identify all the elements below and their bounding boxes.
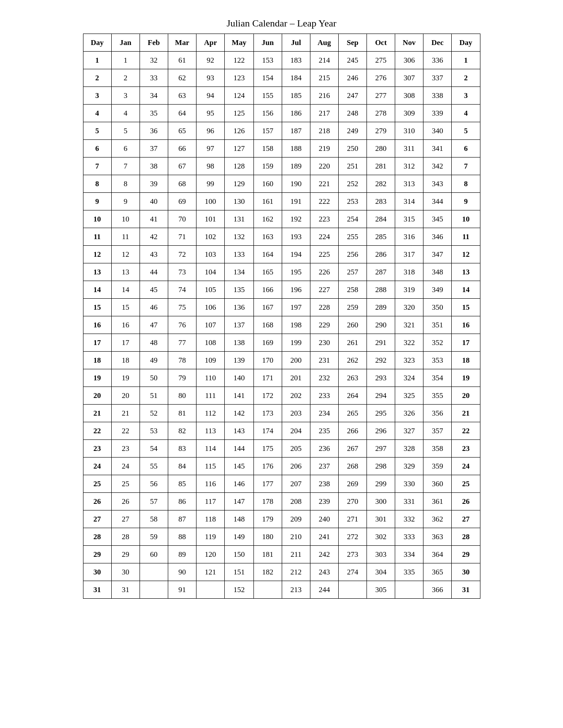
table-cell: 23 — [452, 440, 480, 458]
table-cell: 31 — [452, 581, 480, 599]
table-cell: 274 — [338, 563, 367, 581]
table-cell: 177 — [253, 475, 282, 493]
table-cell: 240 — [310, 510, 338, 528]
table-cell: 48 — [140, 334, 168, 352]
header-cell-jul: Jul — [282, 34, 310, 52]
table-cell — [395, 581, 423, 599]
table-cell: 20 — [111, 387, 140, 405]
table-cell: 316 — [395, 228, 423, 246]
table-cell: 52 — [140, 405, 168, 422]
table-cell: 263 — [338, 369, 367, 387]
table-cell: 227 — [310, 281, 338, 299]
table-cell: 285 — [367, 228, 395, 246]
table-cell: 2 — [83, 69, 111, 87]
table-cell: 43 — [140, 246, 168, 263]
table-cell: 323 — [395, 352, 423, 369]
table-cell: 12 — [111, 246, 140, 263]
table-cell: 19 — [111, 369, 140, 387]
table-cell: 255 — [338, 228, 367, 246]
table-cell: 2 — [452, 69, 480, 87]
table-cell: 10 — [111, 210, 140, 228]
table-cell: 64 — [168, 105, 196, 122]
table-cell: 347 — [423, 246, 452, 263]
table-cell: 106 — [196, 299, 225, 316]
table-cell: 238 — [310, 475, 338, 493]
table-cell: 302 — [367, 528, 395, 546]
table-cell: 171 — [253, 369, 282, 387]
table-cell: 327 — [395, 422, 423, 440]
table-row: 663766971271581882192502803113416 — [83, 140, 480, 158]
table-cell: 320 — [395, 299, 423, 316]
table-cell: 326 — [395, 405, 423, 422]
table-cell: 85 — [168, 475, 196, 493]
table-cell: 103 — [196, 246, 225, 263]
table-cell: 21 — [111, 405, 140, 422]
table-cell: 207 — [282, 475, 310, 493]
header-cell-jun: Jun — [253, 34, 282, 52]
table-cell: 182 — [253, 563, 282, 581]
table-cell: 12 — [452, 246, 480, 263]
table-cell: 248 — [338, 105, 367, 122]
table-cell: 270 — [338, 493, 367, 510]
table-cell: 9 — [111, 193, 140, 210]
table-row: 1717487710813816919923026129132235217 — [83, 334, 480, 352]
table-cell: 30 — [452, 563, 480, 581]
table-cell: 315 — [395, 210, 423, 228]
table-row: 1212437210313316419422525628631734712 — [83, 246, 480, 263]
julian-calendar-table: DayJanFebMarAprMayJunJulAugSepOctNovDecD… — [83, 34, 480, 599]
table-cell: 221 — [310, 175, 338, 193]
table-cell: 114 — [196, 440, 225, 458]
table-cell: 299 — [367, 475, 395, 493]
table-row: 1010417010113116219222325428431534510 — [83, 210, 480, 228]
table-cell: 224 — [310, 228, 338, 246]
table-cell: 82 — [168, 422, 196, 440]
table-row: 223362931231541842152462763073372 — [83, 69, 480, 87]
table-cell: 92 — [196, 52, 225, 69]
table-cell: 160 — [253, 175, 282, 193]
table-cell: 188 — [282, 140, 310, 158]
table-cell: 254 — [338, 210, 367, 228]
table-cell: 245 — [338, 52, 367, 69]
table-cell: 62 — [168, 69, 196, 87]
table-cell: 153 — [253, 52, 282, 69]
table-cell: 232 — [310, 369, 338, 387]
table-cell: 264 — [338, 387, 367, 405]
table-cell: 319 — [395, 281, 423, 299]
table-row: 2121528111214217320323426529532635621 — [83, 405, 480, 422]
table-cell: 5 — [83, 122, 111, 140]
table-cell: 63 — [168, 87, 196, 105]
table-cell: 58 — [140, 510, 168, 528]
table-cell: 11 — [111, 228, 140, 246]
table-cell: 156 — [253, 105, 282, 122]
table-cell: 199 — [282, 334, 310, 352]
table-cell: 54 — [140, 440, 168, 458]
table-cell: 31 — [111, 581, 140, 599]
table-cell: 223 — [310, 210, 338, 228]
table-cell: 321 — [395, 316, 423, 334]
table-cell: 18 — [83, 352, 111, 369]
table-cell: 97 — [196, 140, 225, 158]
table-cell: 361 — [423, 493, 452, 510]
table-cell: 126 — [225, 122, 254, 140]
table-cell: 172 — [253, 387, 282, 405]
table-cell: 18 — [452, 352, 480, 369]
table-cell: 20 — [83, 387, 111, 405]
table-cell: 324 — [395, 369, 423, 387]
table-cell: 90 — [168, 563, 196, 581]
table-cell: 358 — [423, 440, 452, 458]
table-cell: 16 — [111, 316, 140, 334]
table-cell: 202 — [282, 387, 310, 405]
table-cell: 135 — [225, 281, 254, 299]
table-cell: 269 — [338, 475, 367, 493]
table-cell: 309 — [395, 105, 423, 122]
table-cell: 364 — [423, 546, 452, 563]
table-cell: 161 — [253, 193, 282, 210]
table-cell: 12 — [83, 246, 111, 263]
table-cell: 310 — [395, 122, 423, 140]
table-cell: 4 — [452, 105, 480, 122]
table-cell: 352 — [423, 334, 452, 352]
table-cell: 258 — [338, 281, 367, 299]
header-cell-day: Day — [83, 34, 111, 52]
table-cell: 190 — [282, 175, 310, 193]
table-cell: 25 — [111, 475, 140, 493]
